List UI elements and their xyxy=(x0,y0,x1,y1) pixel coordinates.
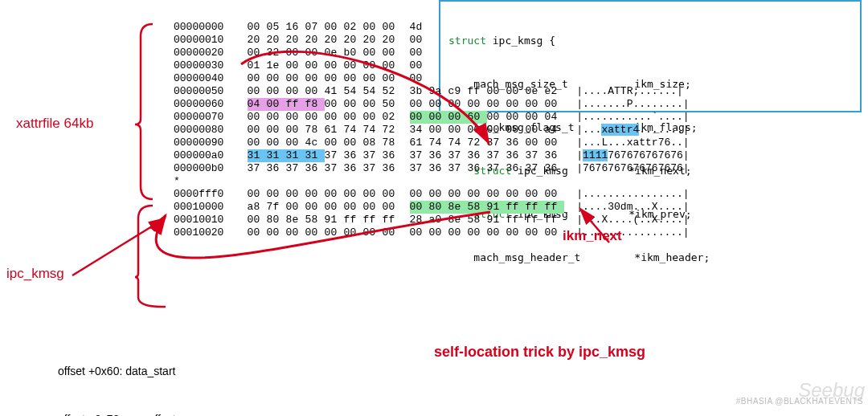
hex-byte: 00 xyxy=(410,201,429,214)
hex-byte: 74 xyxy=(448,137,468,149)
hex-offset: 0000fff0 xyxy=(174,188,235,201)
hex-byte: 00 xyxy=(487,85,506,98)
hex-byte: 1e xyxy=(267,59,286,72)
hex-byte: 00 xyxy=(325,137,344,149)
hex-byte: 00 xyxy=(363,47,383,59)
hex-byte: 00 xyxy=(305,47,325,59)
hex-ascii: |...X....(..X....| xyxy=(576,214,689,226)
hex-byte: ff xyxy=(506,201,526,214)
hex-byte: 00 xyxy=(286,85,305,98)
hex-byte: 80 xyxy=(267,214,286,226)
hex-byte: 31 xyxy=(248,149,267,162)
hex-offset: 000000b0 xyxy=(174,162,235,175)
hex-byte: 00 xyxy=(344,137,363,149)
hex-byte: 58 xyxy=(305,214,325,226)
hex-byte: ff xyxy=(545,201,564,214)
hex-byte: 72 xyxy=(383,124,402,137)
hex-byte: 00 xyxy=(429,188,448,201)
hex-byte: 00 xyxy=(248,111,267,124)
hex-byte: 00 xyxy=(410,111,429,124)
hex-byte: 34 xyxy=(410,124,429,137)
hex-byte: 00 xyxy=(506,124,526,137)
hex-byte: 00 xyxy=(448,226,468,239)
hex-byte: 31 xyxy=(305,149,325,162)
hex-offset: 00000010 xyxy=(174,34,235,47)
hex-byte: 00 xyxy=(267,137,286,149)
hex-byte: 0e xyxy=(325,47,344,59)
hex-byte: 36 xyxy=(383,162,402,175)
hex-byte: 00 xyxy=(448,188,468,201)
hex-byte: 36 xyxy=(468,149,487,162)
hex-byte: 37 xyxy=(363,149,383,162)
hex-byte: ff xyxy=(383,214,402,226)
hex-byte: 00 xyxy=(410,34,429,47)
hex-byte: 00 xyxy=(410,188,429,201)
hex-offset: 00000020 xyxy=(174,47,235,59)
hex-byte: 36 xyxy=(506,137,526,149)
hex-byte: ff xyxy=(506,214,526,226)
hex-byte: 00 xyxy=(286,111,305,124)
hex-byte: 04 xyxy=(545,111,564,124)
hex-byte: 00 xyxy=(506,85,526,98)
hex-byte: 00 xyxy=(545,137,564,149)
hex-byte: 00 xyxy=(248,85,267,98)
hex-byte: 00 xyxy=(286,226,305,239)
hex-byte: 20 xyxy=(267,34,286,47)
hex-byte: 91 xyxy=(325,214,344,226)
hex-byte: 05 xyxy=(267,21,286,34)
hex-byte: 00 xyxy=(448,124,468,137)
hex-byte: 00 xyxy=(383,72,402,85)
hex-row: 0000fff0 0000000000000000000000000000000… xyxy=(174,188,690,201)
hex-byte: ff xyxy=(468,85,487,98)
hex-byte: 00 xyxy=(468,188,487,201)
hex-byte: 36 xyxy=(545,162,564,175)
hex-byte: 36 xyxy=(506,162,526,175)
hex-byte: 00 xyxy=(526,226,545,239)
hex-byte: 00 xyxy=(487,98,506,111)
hex-row: 00000060 0400fff800000050000000000000000… xyxy=(174,98,690,111)
hex-byte: 00 xyxy=(286,201,305,214)
hex-byte: 00 xyxy=(286,188,305,201)
hex-byte: ff xyxy=(545,214,564,226)
hex-byte: 02 xyxy=(344,21,363,34)
hex-byte: a0 xyxy=(429,214,448,226)
hex-byte: 37 xyxy=(248,162,267,175)
hex-byte: 36 xyxy=(383,149,402,162)
hex-offset: 00000060 xyxy=(174,98,235,111)
hex-byte: 20 xyxy=(248,34,267,47)
hex-byte: 37 xyxy=(487,162,506,175)
hex-byte: 16 xyxy=(286,21,305,34)
hex-row: 00000040 000000000000000000 xyxy=(174,72,690,85)
hex-byte: 00 xyxy=(526,188,545,201)
hex-byte: 00 xyxy=(344,226,363,239)
hex-byte: 00 xyxy=(325,21,344,34)
hex-byte: e2 xyxy=(545,85,564,98)
hex-byte: 37 xyxy=(487,137,506,149)
hex-offset: 00000070 xyxy=(174,111,235,124)
hex-byte: 37 xyxy=(410,149,429,162)
hex-byte: 00 xyxy=(383,47,402,59)
hex-byte: 00 xyxy=(248,137,267,149)
hex-byte: ff xyxy=(344,214,363,226)
hex-byte: 00 xyxy=(344,111,363,124)
hex-byte: 28 xyxy=(410,214,429,226)
hex-byte: 00 xyxy=(410,47,429,59)
hex-byte: 20 xyxy=(305,34,325,47)
hex-offset: 00000080 xyxy=(174,124,235,137)
hex-byte: 00 xyxy=(526,137,545,149)
hex-byte: 00 xyxy=(267,111,286,124)
hex-byte: 00 xyxy=(448,98,468,111)
hex-byte: ff xyxy=(286,98,305,111)
hex-byte: 00 xyxy=(286,59,305,72)
hex-ascii: |.......P........| xyxy=(576,98,689,111)
hex-byte: 37 xyxy=(448,162,468,175)
hex-byte: ff xyxy=(363,214,383,226)
hex-byte: 00 xyxy=(325,59,344,72)
hex-byte: 00 xyxy=(363,188,383,201)
hex-byte: 37 xyxy=(286,162,305,175)
hex-byte: 00 xyxy=(344,72,363,85)
hex-byte: 41 xyxy=(325,85,344,98)
hex-byte: 00 xyxy=(468,124,487,137)
hex-ascii: |7676767676767676| xyxy=(576,162,689,175)
hex-byte: 00 xyxy=(526,98,545,111)
